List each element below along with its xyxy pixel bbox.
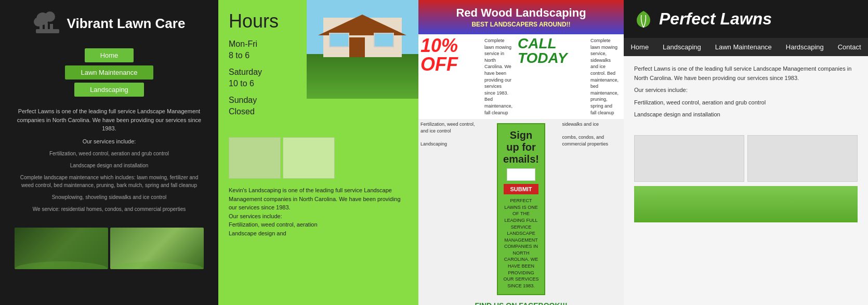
panel-perfect-lawns: Perfect Lawns Home Landscaping Lawn Main…: [624, 0, 868, 305]
panel4-service-1: Fertilization, weed control, aeration an…: [634, 98, 858, 108]
panel1-service-2: Landscape design and installation: [16, 162, 203, 169]
panel2-top: Hours Mon-Fri 8 to 6 Saturday 10 to 6 Su…: [218, 0, 418, 134]
popup-submit-button[interactable]: SUBMIT: [504, 184, 538, 194]
panel1-images: [9, 228, 209, 269]
lawn-maintenance-button[interactable]: Lawn Maintenance: [65, 65, 153, 79]
panel3-subtitle: BEST LANDSCAPERS AROUND!!: [424, 21, 619, 28]
panel4-body: Perfect Lawns is one of the leading full…: [624, 56, 868, 131]
svg-rect-4: [40, 25, 43, 30]
promo-off-text: 10% OFF: [420, 36, 479, 74]
panel4-images: [624, 131, 868, 186]
popup-email-input[interactable]: [507, 168, 535, 181]
kevins-services-title: Our services include:: [229, 212, 408, 221]
small-image-1: [229, 137, 281, 179]
house-image: [307, 0, 418, 99]
panel3-promo: 10% OFF Complete lawn mowing service in …: [418, 34, 624, 119]
hours-monFri-day: Mon-Fri: [229, 39, 296, 49]
lawn-icon: [33, 9, 62, 38]
panel3-col2: sidewalks and ice combs, condos, and com…: [562, 121, 622, 297]
col2-text2: combs, condos, and commercial properties: [562, 134, 622, 147]
home-button[interactable]: Home: [85, 48, 134, 62]
hours-title: Hours: [229, 10, 296, 32]
kevins-body: Kevin's Landscaping is one of the leadin…: [229, 186, 408, 212]
hours-monFri-time: 8 to 6: [229, 51, 296, 60]
panel1-nav: Home Lawn Maintenance Landscaping: [65, 48, 153, 97]
panel4-grass-image: [634, 186, 858, 222]
panel3-title: Red Wood Landscaping: [424, 6, 619, 20]
col1-text2: Landscaping: [420, 141, 480, 148]
panel3-header: Red Wood Landscaping BEST LANDSCAPERS AR…: [418, 0, 624, 34]
col2-text1: sidewalks and ice: [562, 121, 622, 128]
panel4-image-1: [634, 135, 744, 182]
panel1-body-text: Perfect Lawns is one of the leading full…: [16, 107, 203, 133]
hours-sunday-day: Sunday: [229, 96, 296, 105]
panel4-nav-contact[interactable]: Contact: [838, 43, 861, 51]
panel4-services-title: Our services include:: [634, 86, 858, 95]
hours-saturday-time: 10 to 6: [229, 79, 296, 88]
panel4-image-2: [747, 135, 858, 182]
hours-saturday-day: Saturday: [229, 68, 296, 77]
panel4-header: Perfect Lawns: [624, 0, 868, 38]
popup-title: Sign up for emails!: [503, 129, 539, 165]
col1-text1: Fertilization, weed control, and ice con…: [420, 121, 480, 134]
panel2-small-images: [218, 134, 347, 182]
kevins-service-2: Landscape design and: [229, 229, 408, 238]
panel1-service-3: Complete landscape maintenance which inc…: [16, 174, 203, 189]
popup-body-text: PERFECT LAWNS IS ONE OF THE LEADING FULL…: [503, 197, 539, 289]
panel4-service-2: Landscape design and installation: [634, 110, 858, 120]
promo-side-text2: Complete lawn mowing service, sidewalks …: [590, 38, 619, 115]
panel2-body-text: Kevin's Landscaping is one of the leadin…: [218, 182, 418, 242]
panel-kevins-landscaping: Hours Mon-Fri 8 to 6 Saturday 10 to 6 Su…: [218, 0, 418, 305]
promo-call-text: CALL TODAY: [518, 36, 585, 65]
kevins-service-1: Fertilization, weed control, aeration: [229, 220, 408, 229]
panel1-body: Perfect Lawns is one of the leading full…: [0, 102, 218, 222]
panel-vibrant-lawn-care: Vibrant Lawn Care Home Lawn Maintenance …: [0, 0, 218, 305]
panel4-body-text: Perfect Lawns is one of the leading full…: [634, 64, 858, 83]
promo-side-text: Complete lawn mowing service in North Ca…: [484, 38, 512, 115]
panel4-nav-landscaping[interactable]: Landscaping: [663, 43, 701, 51]
landscaping-button[interactable]: Landscaping: [74, 83, 144, 97]
panel4-nav: Home Landscaping Lawn Maintenance Hardsc…: [624, 38, 868, 56]
panel3-popup: Sign up for emails! SUBMIT PERFECT LAWNS…: [497, 123, 545, 295]
panel4-nav-hardscaping[interactable]: Hardscaping: [786, 43, 824, 51]
svg-rect-6: [50, 24, 53, 30]
panel-redwood-landscaping: Red Wood Landscaping BEST LANDSCAPERS AR…: [418, 0, 624, 305]
panel4-nav-lawn-maintenance[interactable]: Lawn Maintenance: [715, 43, 772, 51]
leaf-icon: [634, 10, 653, 29]
small-image-2: [283, 137, 335, 179]
panel3-col1: Fertilization, weed control, and ice con…: [420, 121, 480, 297]
svg-point-1: [45, 11, 55, 22]
panel1-header: Vibrant Lawn Care: [28, 0, 191, 43]
panel4-title: Perfect Lawns: [659, 9, 772, 29]
panel3-facebook[interactable]: FIND US ON FACEBOOK!!!: [429, 299, 613, 305]
panel1-services-title: Our services include:: [16, 137, 203, 146]
panel1-service-1: Fertilization, weed control, aeration an…: [16, 150, 203, 157]
panel1-image-2: [110, 228, 204, 269]
panel1-title: Vibrant Lawn Care: [67, 16, 186, 32]
panel1-image-1: [15, 228, 108, 269]
hours-sunday-time: Closed: [229, 107, 296, 116]
panel1-service-4: Snowplowing, shoveling sidewalks and ice…: [16, 193, 203, 201]
panel3-columns: Fertilization, weed control, and ice con…: [418, 119, 624, 299]
panel2-hours: Hours Mon-Fri 8 to 6 Saturday 10 to 6 Su…: [218, 0, 307, 134]
panel4-nav-home[interactable]: Home: [630, 43, 649, 51]
svg-rect-5: [45, 23, 48, 30]
panel1-service-5: We service: residential homes, condos, a…: [16, 205, 203, 213]
